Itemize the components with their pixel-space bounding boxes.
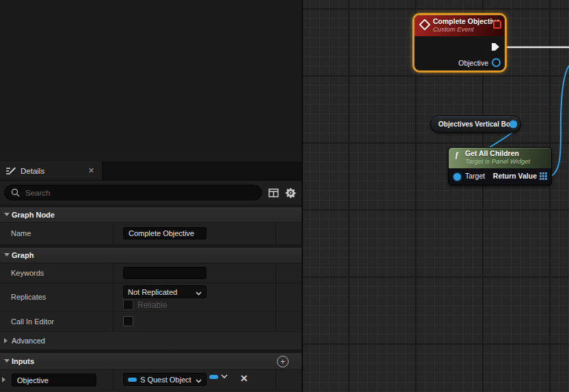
node-objectives-vertical-box[interactable]: Objectives Vertical Box bbox=[430, 116, 521, 133]
function-icon: ƒ bbox=[455, 150, 459, 160]
tab-details[interactable]: Details ✕ bbox=[0, 161, 103, 180]
exec-output-pin[interactable] bbox=[491, 42, 500, 54]
target-input-pin[interactable] bbox=[453, 173, 461, 181]
upper-left-panel bbox=[0, 0, 302, 161]
objective-output-pin-row: Objective bbox=[458, 58, 501, 67]
node-get-all-children[interactable]: ƒ Get All Children Target is Panel Widge… bbox=[448, 147, 552, 185]
row-keywords: Keywords bbox=[0, 263, 302, 283]
reliable-label: Reliable bbox=[137, 300, 167, 310]
chevron-down-icon bbox=[196, 286, 202, 298]
objective-output-pin[interactable] bbox=[492, 58, 501, 67]
settings-gear-icon[interactable] bbox=[285, 187, 296, 198]
expand-arrow-icon[interactable] bbox=[2, 377, 5, 382]
keywords-input[interactable] bbox=[123, 267, 207, 279]
search-icon bbox=[11, 188, 20, 197]
replicates-dropdown[interactable]: Not Replicated bbox=[123, 285, 207, 298]
details-pencil-icon bbox=[5, 166, 16, 176]
replicates-label: Replicates bbox=[11, 293, 46, 301]
search-box[interactable] bbox=[4, 185, 262, 200]
object-pin-type-icon bbox=[128, 378, 137, 382]
display-filter-icon[interactable] bbox=[268, 187, 279, 198]
chevron-down-icon bbox=[196, 374, 202, 386]
row-call-in-editor: Call In Editor bbox=[0, 312, 302, 332]
event-node-header[interactable]: Complete Objective Custom Event bbox=[414, 15, 505, 36]
input-type-dropdown[interactable]: S Quest Object bbox=[123, 373, 207, 386]
name-label: Name bbox=[11, 229, 31, 237]
container-type-dropdown[interactable] bbox=[209, 374, 228, 379]
event-override-badge-icon bbox=[493, 21, 501, 29]
add-input-button[interactable]: + bbox=[277, 356, 289, 367]
collapse-arrow-icon[interactable] bbox=[4, 213, 10, 216]
tab-close-icon[interactable]: ✕ bbox=[86, 166, 96, 175]
object-pin-type-icon bbox=[209, 375, 218, 379]
function-node-body: Target Return Value bbox=[449, 168, 551, 185]
row-replicates: Replicates Not Replicated Reliable bbox=[0, 283, 302, 312]
collapse-arrow-icon[interactable] bbox=[4, 253, 10, 257]
keywords-label: Keywords bbox=[11, 269, 44, 277]
section-inputs[interactable]: Inputs + bbox=[0, 353, 302, 370]
section-graph-node[interactable]: Graph Node bbox=[0, 207, 302, 223]
name-input[interactable] bbox=[123, 227, 207, 239]
call-in-editor-checkbox[interactable] bbox=[123, 316, 133, 326]
search-input[interactable] bbox=[24, 188, 255, 198]
row-name: Name bbox=[0, 223, 302, 245]
remove-input-button[interactable]: ✕ bbox=[240, 374, 248, 383]
vbox-output-pin[interactable] bbox=[510, 120, 517, 128]
function-node-header[interactable]: ƒ Get All Children Target is Panel Widge… bbox=[449, 148, 551, 168]
chevron-down-icon bbox=[221, 374, 228, 379]
details-tab-bar: Details ✕ bbox=[0, 161, 302, 181]
details-panel: Details ✕ Graph Node Name Graph Keywords bbox=[0, 161, 302, 392]
array-pin-icon[interactable] bbox=[540, 172, 547, 180]
custom-event-icon bbox=[419, 19, 431, 31]
collapse-arrow-icon[interactable] bbox=[4, 359, 10, 363]
section-advanced[interactable]: Advanced bbox=[0, 332, 302, 350]
details-search-band bbox=[0, 181, 302, 205]
reliable-checkbox[interactable] bbox=[123, 300, 133, 310]
row-input-objective: S Quest Object ✕ bbox=[0, 370, 302, 390]
return-value-pin-row: Return Value bbox=[493, 172, 547, 180]
section-graph[interactable]: Graph bbox=[0, 248, 302, 263]
call-in-editor-label: Call In Editor bbox=[11, 317, 54, 326]
expand-arrow-icon[interactable] bbox=[4, 338, 8, 343]
event-node-body: Objective bbox=[414, 36, 505, 70]
input-name-field[interactable] bbox=[12, 374, 96, 387]
tab-title: Details bbox=[21, 167, 44, 175]
node-complete-objective[interactable]: Complete Objective Custom Event Objectiv… bbox=[412, 13, 507, 73]
blueprint-graph-canvas[interactable]: Complete Objective Custom Event Objectiv… bbox=[303, 0, 569, 392]
